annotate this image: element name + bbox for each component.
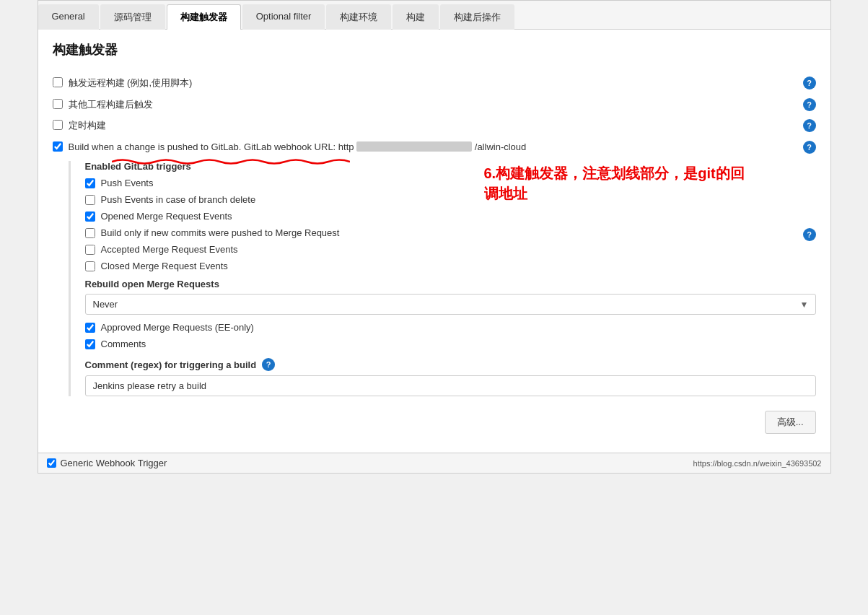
checkbox-comments[interactable] (85, 339, 95, 349)
bottom-checkbox-row: Generic Webhook Trigger (47, 458, 167, 468)
help-gitlab-trigger[interactable]: ? (803, 141, 816, 154)
content-area: 构建触发器 触发远程构建 (例如,使用脚本) ? 其他工程构建后触发 ? 定时构… (38, 30, 830, 453)
label-push-events: Push Events (101, 178, 816, 188)
checkbox-timed-build[interactable] (53, 120, 63, 130)
blurred-url (356, 141, 472, 152)
checkbox-approved-merge[interactable] (85, 323, 95, 333)
label-build-new-commits: Build only if new commits were pushed to… (101, 227, 816, 238)
tab-build-trigger[interactable]: 构建触发器 (167, 4, 241, 30)
sub-option-push-events: Push Events (85, 178, 816, 188)
option-timed-build: 定时构建 ? (53, 118, 816, 133)
option-remote-trigger: 触发远程构建 (例如,使用脚本) ? (53, 76, 816, 90)
help-comment-regex[interactable]: ? (262, 358, 275, 371)
checkbox-generic-webhook[interactable] (47, 458, 56, 468)
comment-regex-label: Comment (regex) for triggering a build ? (85, 358, 816, 371)
url-suffix: /allwin-cloud (475, 141, 527, 152)
tab-optional-filter[interactable]: Optional filter (242, 4, 325, 30)
advanced-button[interactable]: 高级... (765, 411, 816, 434)
label-push-branch-delete: Push Events in case of branch delete (101, 194, 816, 205)
help-other-trigger[interactable]: ? (803, 98, 816, 111)
rebuild-select[interactable]: Never On push to source branch On push t… (85, 294, 816, 315)
checkbox-other-trigger[interactable] (53, 99, 63, 109)
label-comments: Comments (101, 339, 816, 349)
sub-option-push-branch-delete: Push Events in case of branch delete (85, 194, 816, 205)
checkbox-push-branch-delete[interactable] (85, 195, 95, 205)
label-remote-trigger: 触发远程构建 (例如,使用脚本) (69, 76, 816, 90)
label-timed-build: 定时构建 (69, 118, 816, 133)
rebuild-label: Rebuild open Merge Requests (85, 279, 816, 289)
checkbox-gitlab-trigger[interactable] (53, 141, 63, 152)
checkbox-closed-merge-request[interactable] (85, 261, 95, 271)
label-opened-merge-request: Opened Merge Request Events (101, 211, 816, 222)
help-remote-trigger[interactable]: ? (803, 77, 816, 90)
rebuild-select-wrapper: Never On push to source branch On push t… (85, 294, 816, 315)
gitlab-section: Enabled GitLab triggers Push Events Push… (69, 161, 816, 396)
option-other-trigger: 其他工程构建后触发 ? (53, 97, 816, 112)
tab-source-mgmt[interactable]: 源码管理 (100, 4, 165, 30)
sub-option-comments: Comments (85, 339, 816, 349)
page-title: 构建触发器 (53, 41, 816, 64)
comment-regex-input[interactable] (85, 375, 816, 396)
checkbox-remote-trigger[interactable] (53, 77, 63, 87)
label-approved-merge: Approved Merge Requests (EE-only) (101, 322, 816, 333)
sub-option-opened-merge-request: Opened Merge Request Events (85, 211, 816, 222)
label-generic-webhook: Generic Webhook Trigger (61, 458, 167, 468)
help-timed-build[interactable]: ? (803, 119, 816, 132)
option-gitlab-trigger: Build when a change is pushed to GitLab.… (53, 140, 816, 154)
bottom-bar: Generic Webhook Trigger https://blog.csd… (38, 453, 830, 473)
checkbox-accepted-merge-request[interactable] (85, 245, 95, 255)
sub-option-approved-merge: Approved Merge Requests (EE-only) (85, 322, 816, 333)
sub-option-closed-merge-request: Closed Merge Request Events (85, 261, 816, 271)
tab-build[interactable]: 构建 (393, 4, 439, 30)
tab-bar: General 源码管理 构建触发器 Optional filter 构建环境 … (38, 1, 830, 30)
checkbox-build-new-commits[interactable] (85, 228, 95, 238)
tab-post-build[interactable]: 构建后操作 (440, 4, 514, 30)
gitlab-section-title: Enabled GitLab triggers (85, 161, 816, 172)
tab-general[interactable]: General (38, 4, 99, 30)
sub-option-build-new-commits: Build only if new commits were pushed to… (85, 227, 816, 238)
advanced-btn-row: 高级... (53, 411, 816, 434)
tab-build-env[interactable]: 构建环境 (326, 4, 391, 30)
checkbox-opened-merge-request[interactable] (85, 211, 95, 222)
sub-option-accepted-merge-request: Accepted Merge Request Events (85, 244, 816, 255)
help-build-new-commits[interactable]: ? (803, 228, 816, 241)
label-other-trigger: 其他工程构建后触发 (69, 97, 816, 112)
bottom-link: https://blog.csdn.n/weixin_43693502 (693, 459, 822, 468)
label-gitlab-trigger: Build when a change is pushed to GitLab.… (69, 140, 816, 154)
page-wrapper: General 源码管理 构建触发器 Optional filter 构建环境 … (38, 0, 831, 474)
label-accepted-merge-request: Accepted Merge Request Events (101, 244, 816, 255)
checkbox-push-events[interactable] (85, 178, 95, 188)
label-closed-merge-request: Closed Merge Request Events (101, 261, 816, 271)
